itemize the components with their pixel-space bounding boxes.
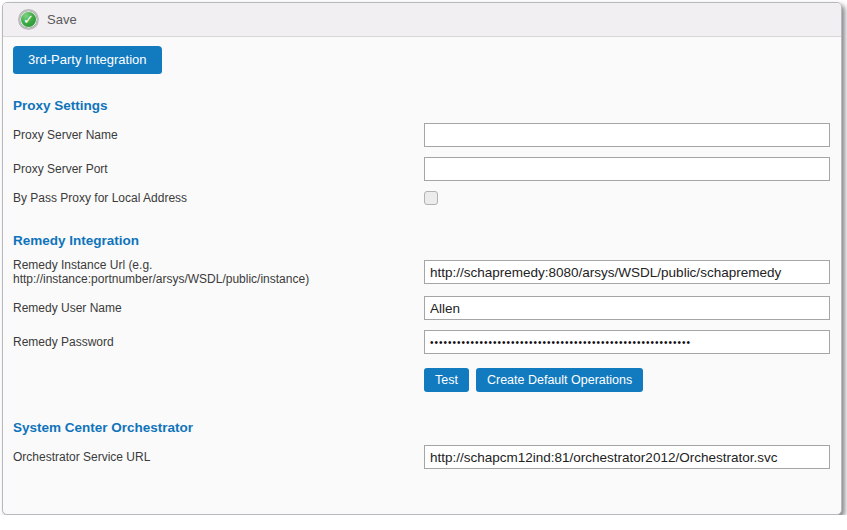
orchestrator-service-url-label: Orchestrator Service URL	[13, 450, 424, 464]
tab-3rd-party-integration[interactable]: 3rd-Party Integration	[13, 46, 162, 74]
proxy-server-port-input[interactable]	[424, 157, 830, 181]
field-row-proxy-server-port: Proxy Server Port	[13, 157, 831, 181]
save-button-label: Save	[47, 12, 77, 27]
form-content: 3rd-Party Integration Proxy Settings Pro…	[3, 37, 841, 469]
proxy-server-name-input[interactable]	[424, 123, 830, 147]
bypass-proxy-label: By Pass Proxy for Local Address	[13, 191, 424, 205]
bypass-proxy-checkbox[interactable]	[424, 191, 438, 205]
section-title-system-center-orchestrator: System Center Orchestrator	[13, 420, 831, 435]
orchestrator-service-url-input[interactable]	[424, 445, 830, 469]
save-button[interactable]: ✓ Save	[18, 9, 77, 30]
test-button[interactable]: Test	[424, 368, 469, 392]
remedy-password-label: Remedy Password	[13, 335, 424, 349]
field-row-remedy-password: Remedy Password	[13, 330, 831, 354]
field-row-bypass-proxy: By Pass Proxy for Local Address	[13, 191, 831, 205]
remedy-instance-url-label: Remedy Instance Url (e.g. http://instanc…	[13, 258, 424, 286]
toolbar: ✓ Save	[3, 3, 841, 37]
settings-page: ✓ Save 3rd-Party Integration Proxy Setti…	[2, 2, 842, 515]
section-title-remedy-integration: Remedy Integration	[13, 233, 831, 248]
remedy-password-input[interactable]	[424, 330, 830, 354]
field-row-orchestrator-service-url: Orchestrator Service URL	[13, 445, 831, 469]
field-row-remedy-user-name: Remedy User Name	[13, 296, 831, 320]
create-default-operations-button[interactable]: Create Default Operations	[476, 368, 643, 392]
field-row-proxy-server-name: Proxy Server Name	[13, 123, 831, 147]
remedy-actions: Test Create Default Operations	[424, 368, 831, 392]
proxy-server-port-label: Proxy Server Port	[13, 162, 424, 176]
proxy-server-name-label: Proxy Server Name	[13, 128, 424, 142]
remedy-instance-url-input[interactable]	[424, 260, 830, 284]
section-title-proxy-settings: Proxy Settings	[13, 98, 831, 113]
remedy-user-name-input[interactable]	[424, 296, 830, 320]
save-check-icon: ✓	[18, 9, 39, 30]
field-row-remedy-instance-url: Remedy Instance Url (e.g. http://instanc…	[13, 258, 831, 286]
remedy-user-name-label: Remedy User Name	[13, 301, 424, 315]
